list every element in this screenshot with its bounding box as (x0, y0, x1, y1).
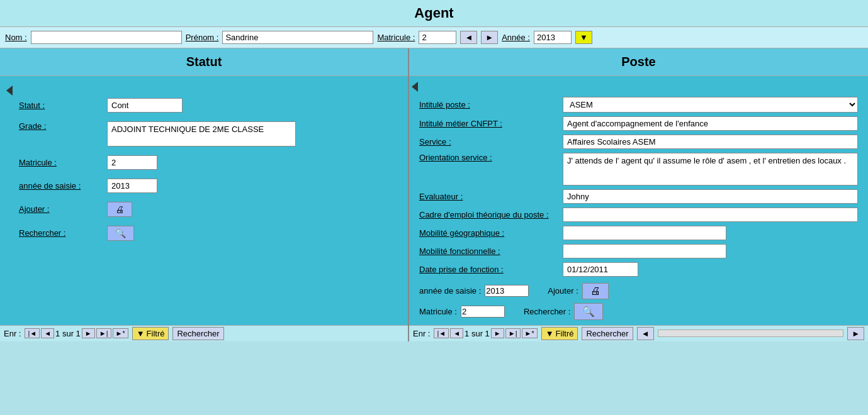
intitule-metier-input[interactable] (563, 116, 858, 131)
last-right-btn[interactable]: ►| (505, 328, 521, 338)
matricule-statut-input[interactable] (107, 155, 157, 170)
filter-right-btn[interactable]: ▼ Filtré (541, 327, 578, 340)
evaluateur-label: Evaluateur : (419, 192, 558, 201)
enr-left-label: Enr : (4, 329, 21, 338)
next-right-btn[interactable]: ► (491, 328, 504, 338)
ajouter-poste-label: Ajouter : (548, 286, 578, 296)
matricule-poste-label: Matricule : (419, 307, 457, 316)
statut-field-input[interactable] (107, 98, 183, 113)
cadre-row: Cadre d'emploi théorique du poste : (419, 208, 858, 222)
ajouter-poste-btn[interactable]: 🖨 (582, 283, 609, 299)
rechercher-left-btn[interactable]: Rechercher (172, 327, 223, 340)
next-btn[interactable]: ► (481, 31, 498, 44)
prenom-input[interactable] (222, 31, 373, 44)
poste-content: Poste Intitulé poste : ASEM Intitulé mét… (409, 48, 868, 325)
nav-triangle-right (412, 82, 418, 92)
page-title: Agent (0, 0, 868, 27)
statut-panel: Statut Statut : Grade : ADJOINT TECHNIQU… (0, 48, 409, 341)
orientation-row: Orientation service : J' attends de l' a… (419, 153, 858, 185)
annee-input[interactable] (534, 31, 572, 44)
first-right-btn[interactable]: |◄ (434, 328, 449, 338)
new-right-btn[interactable]: ►* (522, 328, 538, 338)
nom-input[interactable] (31, 31, 182, 44)
annee-poste-input[interactable] (485, 285, 529, 297)
cadre-input[interactable] (563, 208, 858, 222)
intitule-poste-label: Intitulé poste : (419, 100, 558, 109)
first-left-btn[interactable]: |◄ (25, 328, 40, 338)
statut-field-label: Statut : (19, 101, 101, 110)
evaluateur-row: Evaluateur : (419, 189, 858, 204)
mobilite-geo-row: Mobilité géographique : (419, 226, 858, 240)
rechercher-statut-btn[interactable]: 🔍 (107, 226, 134, 241)
record-right-info: 1 sur 1 (465, 329, 490, 338)
grade-row: Grade : ADJOINT TECHNIQUE DE 2ME CLASSE (19, 121, 389, 147)
statut-content: Statut Statut : Grade : ADJOINT TECHNIQU… (0, 48, 408, 325)
annee-label: Année : (502, 33, 530, 42)
grade-value: ADJOINT TECHNIQUE DE 2ME CLASSE (107, 121, 296, 147)
matricule-input[interactable] (419, 31, 456, 44)
main-panels: Statut Statut : Grade : ADJOINT TECHNIQU… (0, 48, 868, 341)
service-input[interactable] (563, 135, 858, 149)
annee-statut-label: année de saisie : (19, 181, 101, 191)
intitule-metier-row: Intitulé métier CNFPT : (419, 116, 858, 131)
ajouter-statut-btn[interactable]: 🖨 (107, 202, 132, 217)
ajouter-statut-row: Ajouter : 🖨 (19, 202, 389, 217)
prev-left-btn[interactable]: ◄ (41, 328, 54, 338)
filter-right-label: Filtré (556, 329, 574, 338)
new-left-btn[interactable]: ►* (113, 328, 128, 338)
next-left-btn[interactable]: ► (82, 328, 95, 338)
rechercher-poste-btn[interactable]: 🔍 (574, 303, 603, 320)
grade-label: Grade : (19, 121, 101, 131)
prenom-label: Prénom : (186, 33, 219, 42)
statut-title: Statut (0, 48, 408, 76)
scroll-right-btn[interactable]: ► (847, 327, 864, 340)
annee-poste-label: année de saisie : (419, 286, 481, 296)
prev-right-btn[interactable]: ◄ (450, 328, 463, 338)
matricule-label: Matricule : (377, 33, 415, 42)
record-left-info: 1 sur 1 (55, 329, 81, 338)
annee-statut-row: année de saisie : (19, 179, 389, 193)
poste-body: Intitulé poste : ASEM Intitulé métier CN… (409, 76, 868, 325)
rechercher-poste-label: Rechercher : (524, 307, 570, 316)
date-prise-input[interactable] (563, 262, 638, 277)
filter-icon-right: ▼ (546, 329, 554, 338)
intitule-poste-select[interactable]: ASEM (563, 97, 858, 113)
ajouter-poste-group: Ajouter : 🖨 (548, 283, 608, 299)
filter-left-btn[interactable]: ▼ Filtré (132, 327, 169, 340)
rechercher-statut-row: Rechercher : 🔍 (19, 226, 389, 241)
orientation-label: Orientation service : (419, 153, 558, 162)
scroll-left-btn[interactable]: ◄ (637, 327, 654, 340)
statut-body: Statut : Grade : ADJOINT TECHNIQUE DE 2M… (0, 76, 408, 250)
status-bar-right: Enr : |◄ ◄ 1 sur 1 ► ►| ►* ▼ Filtré Rech… (409, 325, 868, 341)
mobilite-geo-input[interactable] (563, 226, 726, 240)
filter-icon-left: ▼ (137, 329, 145, 338)
nav-left: |◄ ◄ 1 sur 1 ► ►| ►* (25, 328, 128, 338)
evaluateur-input[interactable] (563, 189, 858, 204)
prev-btn[interactable]: ◄ (460, 31, 477, 44)
service-row: Service : (419, 135, 858, 149)
orientation-value: J' attends de l' agent qu' il assume le … (563, 153, 858, 185)
poste-title: Poste (409, 48, 868, 76)
filter-left-label: Filtré (147, 329, 165, 338)
matricule-statut-label: Matricule : (19, 158, 101, 167)
matricule-poste-input[interactable] (461, 306, 505, 318)
poste-actions-row: année de saisie : Ajouter : 🖨 (419, 283, 858, 299)
date-prise-label: Date prise de fonction : (419, 265, 558, 274)
rechercher-poste-group: Rechercher : 🔍 (524, 303, 603, 320)
mobilite-geo-label: Mobilité géographique : (419, 228, 558, 238)
last-left-btn[interactable]: ►| (96, 328, 111, 338)
date-prise-row: Date prise de fonction : (419, 262, 858, 277)
nom-label: Nom : (5, 33, 27, 42)
statut-row: Statut : (19, 98, 389, 113)
annee-poste-group: année de saisie : (419, 285, 529, 297)
intitule-metier-label: Intitulé métier CNFPT : (419, 119, 558, 128)
service-label: Service : (419, 137, 558, 147)
annee-statut-input[interactable] (107, 179, 157, 193)
rechercher-right-btn[interactable]: Rechercher (582, 327, 633, 340)
mobilite-fonc-label: Mobilité fonctionnelle : (419, 246, 558, 256)
mobilite-fonc-input[interactable] (563, 244, 726, 258)
cadre-label: Cadre d'emploi théorique du poste : (419, 210, 558, 219)
scrollbar-right[interactable] (658, 329, 844, 337)
filter-header-btn[interactable]: ▼ (575, 31, 592, 44)
intitule-poste-row: Intitulé poste : ASEM (419, 97, 858, 113)
